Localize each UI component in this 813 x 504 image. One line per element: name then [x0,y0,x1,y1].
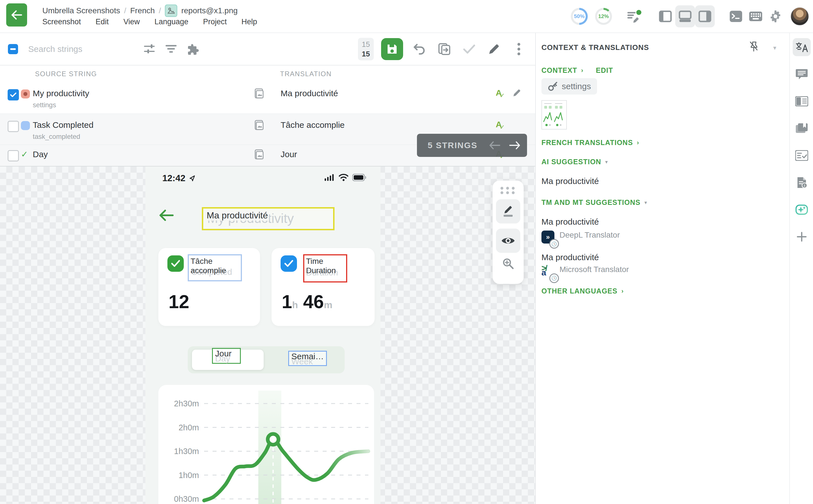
preview-tool-button[interactable] [496,229,520,253]
section-french-translations[interactable]: FRENCH TRANSLATIONS › [542,139,639,147]
advanced-filter-button[interactable] [141,41,157,57]
toggle-right-panel-button[interactable] [695,5,715,27]
translated-tab-text: Jour [213,348,234,359]
plugins-button[interactable] [185,41,201,57]
suggestion-provider: »🕓 DeepL Translator [542,231,620,244]
save-button[interactable] [381,38,403,60]
location-arrow-icon [189,175,196,182]
top-bar: Umbrella Screenshots / French / reports@… [0,0,813,33]
draw-tool-button[interactable] [496,199,520,223]
tab-ai-assistant[interactable] [793,201,811,219]
filter-button[interactable] [163,41,179,57]
row-checkbox[interactable] [8,121,19,132]
translation-text[interactable]: Tâche accomplie [280,120,345,130]
approve-button[interactable] [461,41,478,58]
breadcrumb-language[interactable]: French [130,6,155,15]
section-other-languages[interactable]: OTHER LANGUAGES › [542,287,624,295]
phone-screenshot[interactable]: 12:42 My productivity Ma productivité [145,166,380,504]
table-row[interactable]: My productivity settings Ma productivité… [0,82,535,114]
string-key: task_completed [33,133,80,141]
translated-progress-ring[interactable]: 50% [571,8,588,25]
screenshot-thumbnail[interactable] [542,100,567,130]
screenshot-canvas[interactable]: 12:42 My productivity Ma productivité [0,166,535,504]
main-area: Search strings 15 15 [0,33,813,504]
user-avatar[interactable] [790,7,809,26]
clock-label: 12:42 [162,173,185,183]
back-button[interactable] [6,3,27,27]
section-ai-suggestion[interactable]: AI SUGGESTION ▾ [542,158,608,166]
edit-context-link[interactable]: EDIT [596,66,613,74]
shortcuts-button[interactable] [746,5,766,27]
screenshot-indicator-icon[interactable] [253,120,265,131]
add-panel-button[interactable] [793,228,811,246]
chevron-right-icon: › [581,67,583,74]
source-string[interactable]: My productivity [33,89,89,98]
translation-text[interactable]: Jour [280,150,297,159]
history-clock-icon: 🕓 [549,239,559,249]
approved-progress-ring[interactable]: 12% [595,8,612,25]
tab-string-info[interactable]: i [793,174,811,192]
tab-translation-memory[interactable] [793,119,811,137]
battery-icon [352,174,366,181]
unpin-icon[interactable] [749,41,759,52]
collapse-panel-icon[interactable]: ▾ [773,44,776,52]
next-string-button[interactable] [509,141,520,150]
screenshot-indicator-icon[interactable] [253,149,265,160]
status-icons [325,174,366,181]
menu-project[interactable]: Project [203,17,227,26]
drag-handle[interactable] [501,187,516,194]
tab-comments[interactable] [793,65,811,83]
menu-screenshot[interactable]: Screenshot [42,17,81,26]
section-label: FRENCH TRANSLATIONS [542,139,633,147]
breadcrumb-file[interactable]: reports@x1.png [181,6,238,15]
select-all-checkbox[interactable] [8,44,18,54]
console-button[interactable] [726,5,746,27]
tab-glossary[interactable] [793,92,811,110]
svg-text:i: i [804,183,805,188]
edit-translation-button[interactable] [486,41,503,58]
highlight-box-week-tab[interactable]: Week Semai… [288,351,327,366]
tm-suggestion-text[interactable]: Ma productivité [542,217,599,227]
tab-qa-checks[interactable] [793,146,811,165]
highlight-box-task-label[interactable]: Completed Tâche accomplie [188,254,242,281]
highlight-box-title[interactable]: My productivity Ma productivité [202,207,334,230]
tab-translations[interactable] [793,38,811,56]
history-clock-icon: 🕓 [549,273,559,283]
ai-suggestion-text[interactable]: Ma productivité [542,176,599,186]
source-string[interactable]: Task Completed [33,120,93,130]
toggle-left-panel-button[interactable] [656,5,675,27]
search-input[interactable]: Search strings [28,44,141,54]
section-tm-mt-suggestions[interactable]: TM AND MT SUGGESTIONS ▾ [542,198,647,207]
highlight-box-day-tab[interactable]: Day Jour [212,348,241,364]
row-checkbox[interactable] [8,89,19,100]
svg-text:1h30m: 1h30m [174,447,199,456]
undo-button[interactable] [411,41,428,58]
activity-log-button[interactable] [625,5,644,27]
svg-text:0h30m: 0h30m [174,494,199,503]
provider-label: Microsoft Translator [560,265,629,274]
translation-text[interactable]: Ma productivité [280,89,338,98]
zoom-in-button[interactable] [502,257,514,270]
string-key-tag[interactable]: settings [542,78,597,95]
row-checkbox[interactable] [8,150,19,161]
menu-language[interactable]: Language [154,17,188,26]
status-bar: 12:42 [162,173,196,183]
tm-suggestion-text[interactable]: Ma productivité [542,253,599,262]
toggle-bottom-panel-button[interactable] [675,5,695,27]
edit-row-icon[interactable] [513,89,521,97]
menu-edit[interactable]: Edit [96,17,109,26]
prev-string-button[interactable] [489,141,501,150]
more-actions-button[interactable] [511,41,527,58]
settings-button[interactable] [766,5,785,27]
highlight-box-duration-label[interactable]: Duration Time Duration [303,254,347,282]
breadcrumb-project[interactable]: Umbrella Screenshots [42,6,120,15]
copy-source-button[interactable] [436,41,453,58]
puzzle-icon [187,43,199,55]
menu-help[interactable]: Help [241,17,257,26]
menu-view[interactable]: View [123,17,140,26]
context-link[interactable]: CONTEXT [542,66,577,74]
menu-bar: Screenshot Edit View Language Project He… [42,17,257,26]
section-label: OTHER LANGUAGES [542,287,617,295]
screenshot-indicator-icon[interactable] [253,88,265,99]
source-string[interactable]: Day [33,150,48,159]
